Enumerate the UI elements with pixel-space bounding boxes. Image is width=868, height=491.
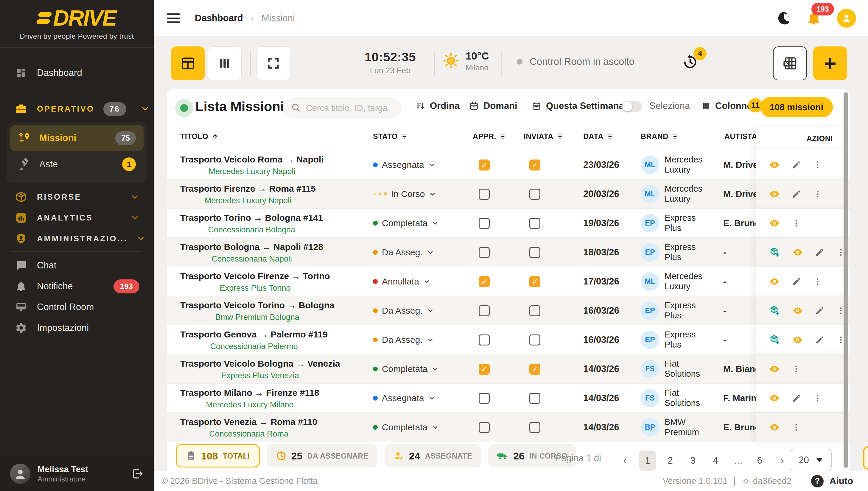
sidebar-item-missioni[interactable]: Missioni 75 [10,125,143,151]
table-row[interactable]: Trasporto Bologna → Napoli #128Concessio… [167,237,849,267]
status-select[interactable]: Assegnata [373,150,435,179]
sent-checkbox[interactable]: ✓ [529,364,540,375]
sent-checkbox[interactable]: ✓ [529,276,540,287]
stat-assegnate[interactable]: 24ASSEGNATE [384,444,481,467]
view-eye-icon[interactable] [769,276,780,287]
view-eye-icon[interactable] [769,422,780,433]
stat-da-assegnare[interactable]: 25DA ASSEGNARE [267,444,377,467]
prev-page-button[interactable]: ‹ [616,451,633,471]
missions-total-pill[interactable]: 108 missioni [760,97,833,117]
table-row[interactable]: Trasporto Venezia → Roma #110Concessiona… [167,412,849,442]
page-button-6[interactable]: 6 [751,451,768,471]
page-button-2[interactable]: 2 [661,451,679,471]
status-select[interactable]: Annullata [373,267,430,296]
status-select[interactable]: Completata [373,413,439,442]
view-eye-icon[interactable] [769,189,780,199]
page-size-select[interactable]: 20 [790,449,832,471]
more-options-icon[interactable] [813,161,822,169]
approved-checkbox[interactable]: ✓ [479,160,490,171]
tomorrow-filter-button[interactable]: Domani [469,100,517,111]
table-scrollbar[interactable] [844,92,848,468]
table-row[interactable]: Trasporto Veicolo Torino → BolognaBmw Pr… [167,296,849,325]
sidebar-item-chat[interactable]: Chat [6,254,147,277]
logout-icon[interactable] [131,467,143,480]
column-header-titolo[interactable]: TITOLO [180,132,219,141]
column-header-appr[interactable]: APPR. [473,132,506,141]
approved-checkbox[interactable]: ✓ [479,364,490,375]
edit-pencil-icon[interactable] [792,394,801,403]
sent-checkbox[interactable] [529,305,540,316]
sidebar-item-dashboard[interactable]: Dashboard [6,61,147,85]
status-select[interactable]: Completata [373,354,439,383]
view-eye-icon[interactable] [792,247,803,258]
sidebar-item-analytics[interactable]: ANALYTICS [6,206,147,230]
approved-checkbox[interactable] [479,305,490,316]
history-clock-icon[interactable]: 4 [681,54,699,71]
more-options-icon[interactable] [792,423,801,432]
sent-checkbox[interactable] [529,247,540,258]
approved-checkbox[interactable] [479,393,490,404]
edit-pencil-icon[interactable] [792,160,801,170]
more-options-icon[interactable] [813,394,822,403]
page-button-4[interactable]: 4 [707,451,724,471]
sidebar-item-notifiche[interactable]: Notifiche 193 [6,275,147,298]
status-select[interactable]: Da Asseg. [373,325,434,354]
sidebar-item-amministrazione[interactable]: AMMINISTRAZIO... [6,227,147,251]
sidebar-item-risorse[interactable]: RISORSE [6,185,147,209]
sent-checkbox[interactable] [529,218,540,229]
more-options-icon[interactable] [813,277,822,286]
column-header-data[interactable]: DATA [583,132,614,141]
sent-checkbox[interactable] [529,189,540,200]
sent-checkbox[interactable] [529,393,540,404]
sent-checkbox[interactable] [529,335,540,345]
add-mission-button[interactable]: + [813,47,847,80]
help-label[interactable]: Aiuto [830,476,853,487]
view-eye-icon[interactable] [792,335,803,345]
sort-button[interactable]: Ordina [415,100,460,111]
fullscreen-button[interactable] [256,47,291,80]
edit-pencil-icon[interactable] [792,277,801,286]
status-select[interactable]: Da Asseg. [373,296,434,325]
sidebar-item-impostazioni[interactable]: Impostazioni [6,316,147,340]
status-select[interactable]: In Corso [373,179,436,208]
approved-checkbox[interactable] [479,247,490,258]
table-row[interactable]: Trasporto Firenze → Roma #115Mercedes Lu… [167,179,849,208]
add-to-auction-icon[interactable] [769,305,781,316]
status-select[interactable]: Assegnata [373,383,435,412]
view-eye-icon[interactable] [769,393,780,404]
more-options-icon[interactable] [792,219,801,228]
sent-checkbox[interactable]: ✓ [529,160,540,171]
sidebar-item-aste[interactable]: Aste 1 [10,151,143,177]
add-to-auction-icon[interactable] [769,247,781,258]
approved-checkbox[interactable] [479,422,490,433]
week-filter-button[interactable]: Questa Settimana [532,100,624,111]
table-row[interactable]: Trasporto Torino → Bologna #141Concessio… [167,208,849,237]
profile-avatar[interactable] [837,9,856,28]
dark-mode-moon-icon[interactable] [776,11,791,26]
table-row[interactable]: Trasporto Veicolo Roma → NapoliMercedes … [167,150,849,179]
select-toggle[interactable] [622,101,642,112]
stat-totali[interactable]: 108TOTALI [176,444,260,467]
sidebar-item-control-room[interactable]: Control Room [6,295,147,319]
table-row[interactable]: Trasporto Veicolo Bologna → VeneziaExpre… [167,354,849,383]
approved-checkbox[interactable]: ✓ [479,276,490,287]
table-view-button[interactable] [171,47,205,80]
more-options-icon[interactable] [813,190,822,199]
table-row[interactable]: Trasporto Genova → Palermo #119Concessio… [167,325,849,354]
status-select[interactable]: Completata [373,209,439,237]
table-row[interactable]: Trasporto Veicolo Firenze → TorinoExpres… [167,267,849,296]
page-button-1[interactable]: 1 [639,451,656,471]
edit-pencil-icon[interactable] [792,189,801,199]
view-eye-icon[interactable] [769,364,780,374]
approved-checkbox[interactable] [479,189,490,200]
view-eye-icon[interactable] [769,218,780,229]
user-avatar[interactable] [10,464,30,484]
more-options-icon[interactable] [792,365,801,373]
edit-pencil-icon[interactable] [815,335,824,345]
edit-pencil-icon[interactable] [815,306,824,315]
status-select[interactable]: Da Asseg. [373,238,434,267]
notifications-bell-icon[interactable]: 193 [806,10,821,26]
sidebar-item-operativo[interactable]: OPERATIVO 76 [6,97,147,121]
hamburger-menu-icon[interactable] [167,13,180,23]
export-excel-button[interactable] [773,47,807,80]
